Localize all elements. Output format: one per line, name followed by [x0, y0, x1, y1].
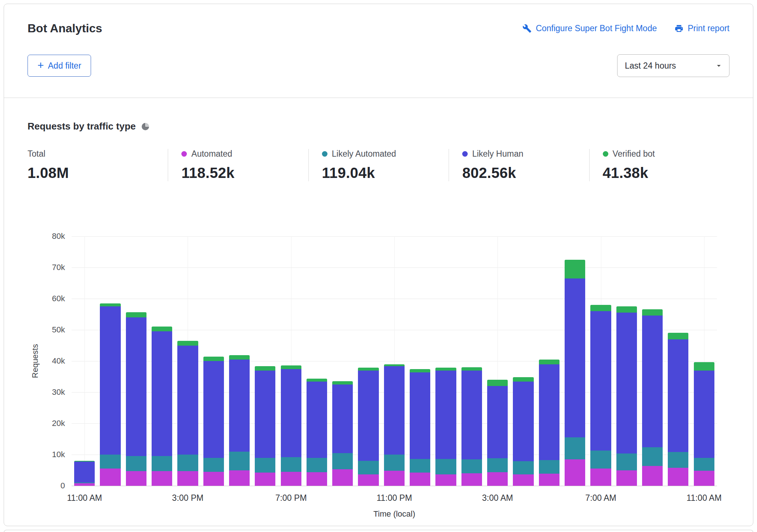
- section-title: Requests by traffic type: [28, 121, 136, 132]
- stat-label: Automated: [191, 149, 232, 159]
- bar-segment-automated: [384, 471, 405, 486]
- printer-icon: [674, 24, 684, 33]
- stacked-bar: [487, 380, 508, 486]
- bar-segment-automated: [435, 474, 456, 486]
- bar-segment-likely-automated: [616, 453, 637, 470]
- legend-dot-automated: [181, 151, 187, 157]
- stat-verified-bot: Verified bot 41.38k: [589, 149, 729, 181]
- bar-segment-likely-human: [435, 371, 456, 459]
- page-title: Bot Analytics: [28, 22, 102, 35]
- stacked-bar: [203, 357, 224, 486]
- bar-segment-likely-automated: [642, 447, 663, 466]
- bar-segment-likely-human: [100, 306, 120, 455]
- stacked-bar: [307, 379, 327, 486]
- bar-slot: [665, 236, 691, 486]
- stacked-bar: [281, 365, 301, 486]
- plus-icon: +: [37, 60, 44, 71]
- bar-segment-verified-bot: [177, 341, 198, 346]
- bar-segment-verified-bot: [694, 362, 714, 370]
- stat-value: 41.38k: [603, 165, 729, 181]
- stacked-bar: [229, 355, 250, 486]
- configure-super-bot-fight-mode-link[interactable]: Configure Super Bot Fight Mode: [522, 23, 657, 33]
- y-tick-label: 80k: [52, 232, 65, 241]
- bar-segment-likely-automated: [539, 460, 559, 474]
- bar-segment-automated: [642, 466, 663, 486]
- bar-segment-verified-bot: [255, 366, 275, 371]
- stacked-bar: [152, 327, 172, 486]
- y-tick-label: 10k: [52, 450, 65, 459]
- stacked-bar: [384, 364, 405, 486]
- stacked-bar: [642, 309, 663, 486]
- stacked-bar: [177, 341, 198, 486]
- bar-segment-likely-automated: [358, 461, 378, 474]
- bar-segment-likely-human: [255, 371, 275, 458]
- bar-segment-likely-automated: [435, 459, 456, 475]
- bar-segment-verified-bot: [565, 260, 585, 278]
- bar-segment-automated: [461, 473, 482, 486]
- bar-segment-automated: [694, 471, 714, 486]
- stacked-bar: [694, 362, 714, 486]
- bar-segment-automated: [126, 471, 146, 486]
- bar-slot: [97, 236, 123, 486]
- bar-segment-likely-human: [126, 317, 146, 456]
- bar-segment-verified-bot: [590, 305, 611, 311]
- bar-segment-automated: [229, 470, 250, 486]
- bar-segment-likely-automated: [513, 461, 533, 474]
- bar-segment-likely-automated: [384, 455, 405, 471]
- gridline-horizontal: [72, 486, 717, 486]
- bar-segment-likely-automated: [152, 456, 172, 471]
- x-tick-label: 11:00 AM: [687, 493, 721, 503]
- y-axis-ticks: 010k20k30k40k50k60k70k80k: [43, 236, 72, 486]
- bar-segment-automated: [307, 472, 327, 486]
- bar-segment-verified-bot: [307, 379, 327, 382]
- add-filter-button[interactable]: + Add filter: [28, 55, 91, 77]
- bar-segment-likely-human: [642, 316, 663, 448]
- bar-slot: [381, 236, 407, 486]
- bar-segment-automated: [100, 469, 120, 486]
- bar-slot: [149, 236, 175, 486]
- bar-segment-likely-automated: [100, 455, 120, 469]
- bar-slot: [614, 236, 640, 486]
- bar-segment-automated: [616, 470, 637, 486]
- stacked-bar: [358, 368, 378, 486]
- bar-segment-automated: [177, 471, 198, 486]
- bar-segment-verified-bot: [642, 309, 663, 316]
- print-report-link[interactable]: Print report: [674, 23, 729, 33]
- bar-segment-verified-bot: [539, 360, 559, 364]
- bar-slot: [588, 236, 613, 486]
- bar-segment-likely-automated: [281, 457, 301, 472]
- bar-segment-verified-bot: [461, 367, 482, 371]
- bar-slot: [562, 236, 588, 486]
- bar-segment-verified-bot: [203, 357, 224, 361]
- bar-segment-likely-human: [384, 366, 405, 455]
- stat-value: 119.04k: [322, 165, 449, 181]
- time-range-select[interactable]: Last 24 hours: [617, 54, 729, 77]
- bar-segment-verified-bot: [332, 381, 353, 385]
- y-tick-label: 0: [61, 481, 65, 491]
- x-tick-label: 7:00 PM: [275, 493, 307, 503]
- bar-segment-automated: [332, 469, 353, 486]
- time-range-value: Last 24 hours: [625, 61, 676, 71]
- x-tick-label: 11:00 PM: [377, 493, 412, 503]
- bar-segment-likely-human: [358, 371, 378, 461]
- stacked-bar: [668, 333, 688, 486]
- stacked-bar: [100, 303, 120, 486]
- bar-segment-automated: [487, 472, 508, 486]
- bar-segment-verified-bot: [668, 333, 688, 339]
- bar-slot: [510, 236, 536, 486]
- bar-slot: [330, 236, 355, 486]
- x-tick-label: 11:00 AM: [67, 493, 102, 503]
- stat-likely-automated: Likely Automated 119.04k: [308, 149, 449, 181]
- bar-segment-automated: [410, 473, 430, 486]
- bar-segment-likely-human: [590, 311, 611, 451]
- y-tick-label: 70k: [52, 263, 65, 272]
- bar-segment-likely-human: [74, 462, 95, 482]
- bar-slot: [201, 236, 227, 486]
- bar-segment-verified-bot: [152, 327, 172, 332]
- stat-label: Likely Automated: [332, 149, 396, 159]
- bar-segment-likely-human: [332, 385, 353, 453]
- x-tick-label: 3:00 AM: [482, 493, 513, 503]
- bar-segment-likely-automated: [203, 458, 224, 472]
- bar-segment-verified-bot: [229, 355, 250, 360]
- bar-segment-likely-automated: [565, 437, 585, 459]
